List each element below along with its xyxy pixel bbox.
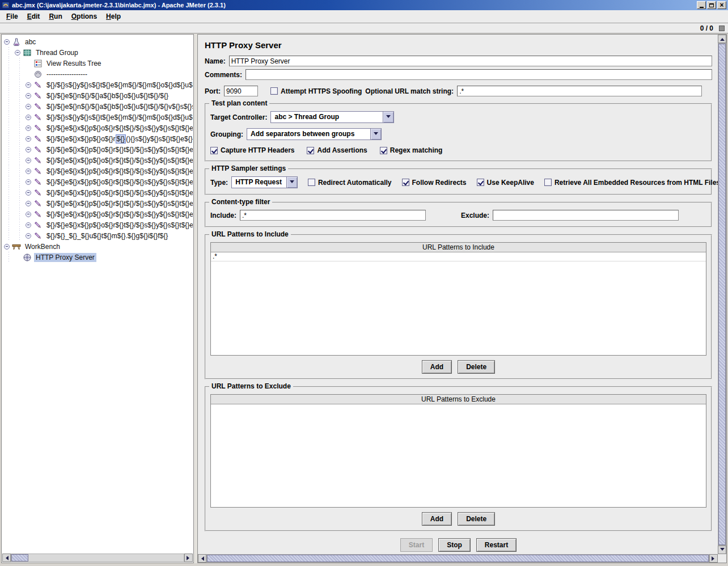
test-plan-tree[interactable]: abcThread GroupView Results Tree--------… — [3, 36, 193, 553]
expand-toggle-icon[interactable] — [26, 93, 31, 99]
expand-toggle-icon[interactable] — [26, 82, 31, 88]
scroll-left-button[interactable] — [198, 554, 206, 563]
checkbox-box-icon[interactable] — [402, 179, 409, 186]
tree-node[interactable]: ${}/${}e${}n${}/${}a${}b${}o${}u${}t${}/… — [3, 101, 193, 112]
chevron-down-icon[interactable] — [383, 112, 393, 123]
checkbox-box-icon[interactable] — [380, 147, 387, 154]
expand-toggle-icon[interactable] — [26, 190, 31, 196]
exclude-add-button[interactable]: Add — [422, 512, 452, 526]
tree-node[interactable]: abc — [3, 36, 193, 47]
restart-button[interactable]: Restart — [476, 538, 517, 552]
tree-node[interactable]: ${}/${}e${}x${}p${}o${}r${}t${}/${}s${}y… — [3, 176, 193, 187]
checkbox-box-icon[interactable] — [477, 179, 484, 186]
expand-toggle-icon[interactable] — [4, 244, 10, 250]
table-header[interactable]: URL Patterns to Exclude — [211, 395, 706, 404]
tree-node[interactable]: HTTP Proxy Server — [3, 252, 193, 263]
tree-node[interactable]: ${}/${}e${}x${}p${}o${}r${}(){}s${}y${}s… — [3, 133, 193, 144]
https-spoofing-checkbox[interactable]: Attempt HTTPS Spoofing — [270, 87, 362, 95]
maximize-button[interactable] — [707, 1, 716, 9]
include-delete-button[interactable]: Delete — [458, 360, 495, 374]
name-input[interactable] — [229, 56, 712, 66]
tree-scroll-thumb[interactable] — [11, 554, 28, 561]
menu-edit[interactable]: Edit — [23, 11, 44, 22]
tree-horizontal-scrollbar[interactable] — [2, 554, 193, 562]
expand-toggle-icon[interactable] — [26, 136, 31, 142]
checkbox-box-icon[interactable] — [544, 179, 552, 186]
tree-node[interactable]: ${}/${}e${}x${}p${}o${}r${}t${}/${}s${}y… — [3, 166, 193, 176]
start-button[interactable]: Start — [400, 538, 433, 552]
port-input[interactable] — [224, 86, 258, 96]
grouping-combo[interactable]: Add separators between groups — [247, 128, 382, 140]
tree-node[interactable]: ${}/${}e${}x${}p${}o${}r${}t${}/${}s${}y… — [3, 198, 193, 209]
tree-node[interactable]: WorkBench — [3, 241, 193, 252]
expand-toggle-icon[interactable] — [26, 212, 31, 217]
expand-toggle-icon[interactable] — [26, 115, 31, 120]
expand-toggle-icon[interactable] — [26, 104, 31, 109]
url-match-input[interactable] — [457, 86, 702, 96]
comments-input[interactable] — [246, 69, 712, 80]
tree-scroll-track[interactable] — [11, 554, 184, 562]
capture-http-headers-checkbox[interactable]: Capture HTTP Headers — [210, 146, 294, 154]
close-button[interactable] — [717, 1, 726, 9]
exclude-patterns-table[interactable]: URL Patterns to Exclude — [210, 394, 706, 508]
expand-toggle-icon[interactable] — [26, 147, 31, 153]
expand-toggle-icon[interactable] — [4, 39, 10, 45]
exclude-filter-input[interactable] — [493, 210, 679, 221]
titlebar[interactable]: abc.jmx (C:\java\jakarta-jmeter-2.3.1\bi… — [0, 0, 728, 10]
tree-node[interactable]: ${}/${}_${}_${}u${}t${}m${}.${}g${}i${}f… — [3, 230, 193, 241]
checkbox-box-icon[interactable] — [210, 147, 218, 154]
expand-toggle-icon[interactable] — [26, 179, 31, 185]
include-filter-input[interactable] — [240, 210, 426, 221]
horizontal-scroll-track[interactable] — [206, 554, 709, 563]
stop-button[interactable]: Stop — [438, 538, 471, 552]
menu-file[interactable]: File — [2, 11, 22, 22]
checkbox-box-icon[interactable] — [308, 179, 315, 186]
tree-node[interactable]: ------------------ — [3, 69, 193, 79]
tree-node[interactable]: ${}/${}e${}x${}p${}o${}r${}t${}/${}s${}y… — [3, 219, 193, 230]
checkbox-box-icon[interactable] — [307, 147, 314, 154]
scroll-right-button[interactable] — [709, 554, 718, 563]
include-add-button[interactable]: Add — [422, 360, 452, 374]
redirect-automatically-checkbox[interactable]: Redirect Automatically — [308, 179, 392, 187]
include-patterns-table[interactable]: URL Patterns to Include.* — [210, 242, 706, 356]
target-controller-combo[interactable]: abc > Thread Group — [270, 111, 394, 123]
table-header[interactable]: URL Patterns to Include — [211, 243, 706, 252]
tree-node[interactable]: Thread Group — [3, 47, 193, 58]
tree-node[interactable]: View Results Tree — [3, 58, 193, 69]
tree-node[interactable]: ${}/${}e${}n${}/${}a${}b${}o${}u${}t${}/… — [3, 90, 193, 101]
expand-toggle-icon[interactable] — [26, 158, 31, 163]
menu-options[interactable]: Options — [67, 11, 101, 22]
exclude-delete-button[interactable]: Delete — [458, 512, 495, 526]
tree-node[interactable]: ${}/${}s${}y${}s${}t${}e${}m${}/${}m${}o… — [3, 79, 193, 90]
tree-scroll-left-button[interactable] — [2, 554, 11, 562]
expand-toggle-icon[interactable] — [26, 168, 31, 174]
expand-toggle-icon[interactable] — [26, 201, 31, 206]
expand-toggle-icon[interactable] — [26, 125, 31, 131]
expand-toggle-icon[interactable] — [26, 222, 31, 228]
tree-node[interactable]: ${}/${}e${}x${}p${}o${}r${}t${}/${}s${}y… — [3, 144, 193, 155]
tree-scroll-right-button[interactable] — [184, 554, 193, 562]
type-combo[interactable]: HTTP Request — [231, 176, 298, 188]
retrieve-embedded-resources-checkbox[interactable]: Retrieve All Embedded Resources from HTM… — [544, 179, 718, 187]
chevron-down-icon[interactable] — [370, 129, 381, 140]
checkbox-box-icon[interactable] — [270, 87, 278, 95]
vertical-scroll-thumb[interactable] — [718, 44, 726, 545]
chevron-down-icon[interactable] — [286, 177, 297, 188]
minimize-button[interactable] — [697, 1, 706, 9]
expand-toggle-icon[interactable] — [26, 233, 31, 239]
tree-node[interactable]: ${}/${}e${}x${}p${}o${}r${}t${}/${}s${}y… — [3, 187, 193, 198]
menu-run[interactable]: Run — [45, 11, 66, 22]
tree-node[interactable]: ${}/${}e${}x${}p${}o${}r${}t${}/${}s${}y… — [3, 155, 193, 166]
regex-matching-checkbox[interactable]: Regex matching — [380, 146, 443, 154]
expand-toggle-icon[interactable] — [15, 50, 20, 56]
vertical-scroll-track[interactable] — [718, 43, 726, 546]
main-vertical-scrollbar[interactable] — [718, 35, 726, 554]
follow-redirects-checkbox[interactable]: Follow Redirects — [402, 179, 467, 187]
main-horizontal-scrollbar[interactable] — [198, 554, 718, 563]
add-assertions-checkbox[interactable]: Add Assertions — [307, 146, 367, 154]
use-keepalive-checkbox[interactable]: Use KeepAlive — [477, 179, 534, 187]
tree-node[interactable]: ${}/${}e${}x${}p${}o${}r${}t${}/${}s${}y… — [3, 209, 193, 219]
table-row[interactable]: .* — [211, 252, 706, 261]
horizontal-scroll-thumb[interactable] — [207, 555, 709, 562]
tree-node[interactable]: ${}/${}e${}x${}p${}o${}r${}t${}/${}s${}y… — [3, 123, 193, 133]
